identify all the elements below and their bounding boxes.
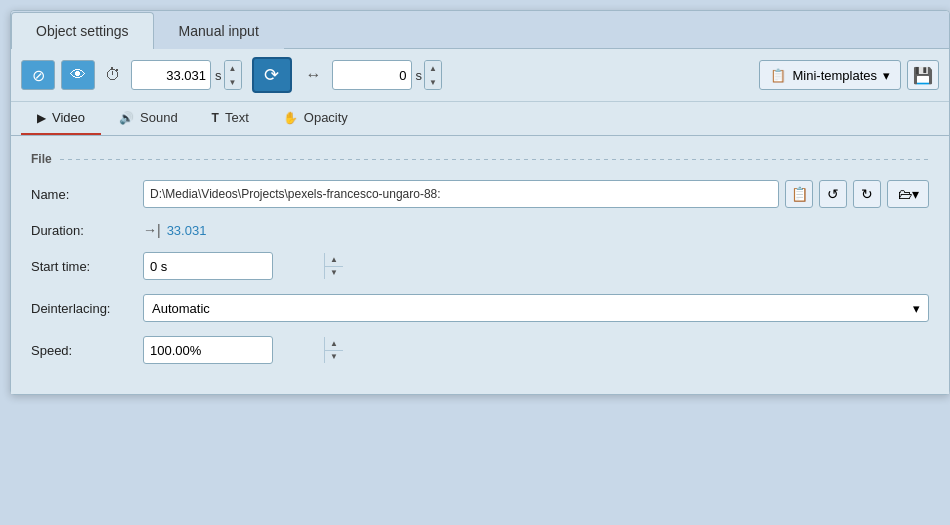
deinterlacing-label: Deinterlacing: (31, 301, 131, 316)
video-tab-label: Video (52, 110, 85, 125)
tab-text[interactable]: T Text (196, 102, 265, 135)
opacity-tab-label: Opacity (304, 110, 348, 125)
speed-row: Speed: ▲ ▼ (31, 336, 929, 364)
start-time-spinbox[interactable]: ▲ ▼ (143, 252, 273, 280)
name-label: Name: (31, 187, 131, 202)
text-tab-icon: T (212, 111, 219, 125)
offset-input[interactable] (332, 60, 412, 90)
start-time-input[interactable] (144, 259, 324, 274)
offset-spinner[interactable]: ▲ ▼ (424, 60, 442, 90)
offset-unit: s (416, 68, 423, 83)
save-button[interactable]: 💾 (907, 60, 939, 90)
name-row: Name: 📋 ↺ ↻ 🗁 ▾ (31, 180, 929, 208)
start-time-spin-up[interactable]: ▲ (325, 253, 343, 267)
content-tab-bar: ▶ Video 🔊 Sound T Text ✋ Opacity (11, 102, 949, 136)
mini-templates-label: Mini-templates (792, 68, 877, 83)
copy-icon: 📋 (791, 186, 808, 202)
redo-icon: ↻ (861, 186, 873, 202)
duration-number: 33.031 (167, 223, 207, 238)
browse-button[interactable]: 🗁 ▾ (887, 180, 929, 208)
sound-tab-label: Sound (140, 110, 178, 125)
deinterlacing-value: Automatic (152, 301, 210, 316)
show-button[interactable]: 👁 (61, 60, 95, 90)
copy-path-button[interactable]: 📋 (785, 180, 813, 208)
name-input-group: 📋 ↺ ↻ 🗁 ▾ (143, 180, 929, 208)
toolbar: ⊘ 👁 ⏱ s ▲ ▼ ⟳ ↔ s ▲ ▼ (11, 49, 949, 102)
duration-label: Duration: (31, 223, 131, 238)
start-time-row: Start time: ▲ ▼ (31, 252, 929, 280)
mini-templates-button[interactable]: 📋 Mini-templates ▾ (759, 60, 901, 90)
start-time-label: Start time: (31, 259, 131, 274)
deinterlacing-row: Deinterlacing: Automatic ▾ (31, 294, 929, 322)
sync-icon: ⟳ (264, 64, 279, 86)
browse-dropdown-arrow: ▾ (912, 186, 919, 202)
speed-input[interactable] (144, 343, 324, 358)
deinterlacing-dropdown[interactable]: Automatic ▾ (143, 294, 929, 322)
link-icon: ↔ (306, 66, 322, 84)
sync-button[interactable]: ⟳ (252, 57, 292, 93)
main-window: Object settings Manual input ⊘ 👁 ⏱ s ▲ ▼ (10, 10, 950, 395)
offset-spin-up[interactable]: ▲ (425, 61, 441, 75)
video-tab-icon: ▶ (37, 111, 46, 125)
templates-icon: 📋 (770, 68, 786, 83)
eye-open-icon: 👁 (70, 66, 86, 84)
sound-tab-icon: 🔊 (119, 111, 134, 125)
start-time-spinner: ▲ ▼ (324, 253, 343, 279)
tab-manual-input[interactable]: Manual input (154, 12, 284, 49)
undo-icon: ↺ (827, 186, 839, 202)
save-icon: 💾 (913, 66, 933, 85)
hide-button[interactable]: ⊘ (21, 60, 55, 90)
offset-spin-down[interactable]: ▼ (425, 75, 441, 89)
clock-icon: ⏱ (101, 60, 125, 90)
eye-closed-icon: ⊘ (32, 66, 45, 85)
time-spinner[interactable]: ▲ ▼ (224, 60, 242, 90)
tab-opacity[interactable]: ✋ Opacity (267, 102, 364, 135)
speed-spin-up[interactable]: ▲ (325, 337, 343, 351)
content-area: File Name: 📋 ↺ ↻ 🗁 ▾ (11, 136, 949, 394)
file-path-input[interactable] (143, 180, 779, 208)
speed-spin-down[interactable]: ▼ (325, 351, 343, 364)
speed-spinbox[interactable]: ▲ ▼ (143, 336, 273, 364)
time-spin-up[interactable]: ▲ (225, 61, 241, 75)
opacity-tab-icon: ✋ (283, 111, 298, 125)
speed-spinner: ▲ ▼ (324, 337, 343, 363)
speed-label: Speed: (31, 343, 131, 358)
time-spin-down[interactable]: ▼ (225, 75, 241, 89)
offset-input-group: s ▲ ▼ (332, 60, 443, 90)
tab-sound[interactable]: 🔊 Sound (103, 102, 194, 135)
time-unit: s (215, 68, 222, 83)
text-tab-label: Text (225, 110, 249, 125)
start-time-spin-down[interactable]: ▼ (325, 267, 343, 280)
duration-value: →| 33.031 (143, 222, 206, 238)
tab-video[interactable]: ▶ Video (21, 102, 101, 135)
templates-dropdown-arrow: ▾ (883, 68, 890, 83)
time-input[interactable] (131, 60, 211, 90)
tab-object-settings[interactable]: Object settings (11, 12, 154, 49)
redo-button[interactable]: ↻ (853, 180, 881, 208)
duration-row: Duration: →| 33.031 (31, 222, 929, 238)
time-input-group: s ▲ ▼ (131, 60, 242, 90)
duration-arrow: →| (143, 222, 161, 238)
deinterlacing-arrow: ▾ (913, 301, 920, 316)
undo-button[interactable]: ↺ (819, 180, 847, 208)
top-tab-bar: Object settings Manual input (11, 11, 949, 49)
file-section-header: File (31, 152, 929, 166)
browse-icon: 🗁 (898, 186, 912, 202)
